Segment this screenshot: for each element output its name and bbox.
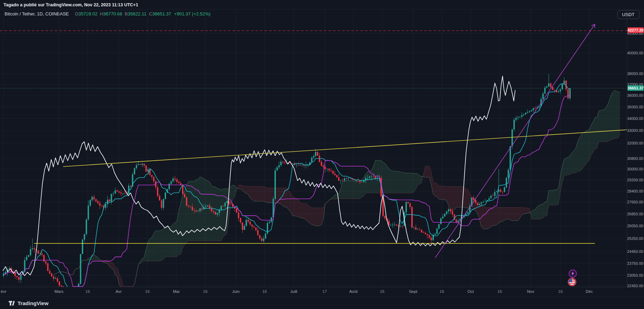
time-axis-label: Nov [527, 289, 534, 294]
price-axis-label: 26850.00 [627, 212, 643, 216]
tradingview-logo-text: TradingView [18, 300, 48, 306]
time-axis-label: Avr [115, 289, 121, 294]
price-axis-label: 22450.00 [627, 284, 643, 288]
price-axis-label: 34000.00 [627, 116, 643, 121]
price-axis-label: 38000.00 [627, 72, 643, 76]
chart-pane[interactable] [0, 0, 627, 296]
price-axis-label: 35000.00 [627, 105, 643, 109]
time-axis[interactable]: évrMars16Avr16Mai16Juin16Juill17Août16Se… [0, 287, 627, 297]
price-axis-label: 32000.00 [627, 141, 643, 145]
price-axis-label: 25250.00 [627, 236, 643, 241]
price-axis-label: 36000.00 [627, 93, 643, 98]
tradingview-logo[interactable]: TradingView [8, 300, 48, 307]
tradingview-logo-icon [8, 300, 15, 307]
price-axis-label: 23750.00 [627, 261, 643, 266]
price-axis-label: 23050.00 [627, 273, 643, 277]
candles-series [3, 74, 571, 296]
price-axis-label: 33000.00 [627, 128, 643, 133]
time-axis-label: 16 [558, 289, 563, 294]
time-axis-label: 17 [323, 289, 327, 294]
price-axis-label: 27650.00 [627, 200, 643, 204]
time-axis-label: Août [349, 289, 358, 294]
time-axis-label: Juin [232, 289, 239, 294]
alert-price-badge: 42277.20 [628, 27, 644, 33]
time-axis-label: 16 [498, 289, 502, 294]
overlay-white-line [3, 76, 515, 276]
price-axis-label: 40000.00 [627, 51, 643, 55]
tradingview-published-chart: { "title_bar": { "text": "Tagado a publi… [0, 0, 644, 309]
time-axis-label: Mars [54, 289, 64, 294]
price-axis-label: 29200.00 [627, 178, 643, 182]
reaction-flag-icon[interactable] [567, 277, 577, 287]
price-axis-label: 28400.00 [627, 189, 643, 193]
time-axis-label: 16 [145, 289, 150, 294]
price-axis[interactable]: 42000.0040000.0038000.0037000.0036000.00… [627, 9, 644, 287]
time-axis-label: Oct [467, 289, 474, 294]
price-axis-label: 30000.00 [627, 167, 643, 171]
time-axis-label: Mai [173, 289, 180, 294]
price-axis-label: 26050.00 [627, 224, 643, 228]
time-axis-label: 16 [380, 289, 385, 294]
time-axis-label: 16 [86, 289, 90, 294]
yellow-rising-trendline[interactable] [63, 130, 627, 167]
footer-bar: TradingView [0, 296, 644, 309]
time-axis-label: Déc [586, 289, 593, 294]
time-axis-label: Juill [290, 289, 297, 294]
time-axis-label: 16 [440, 289, 444, 294]
current-price-badge: 36651.37 [628, 85, 644, 91]
time-axis-label: 16 [263, 289, 267, 294]
time-axis-label: évr [1, 289, 6, 294]
senkou-a-line [54, 90, 620, 296]
time-axis-label: Sept [409, 289, 417, 294]
ichimoku-cloud [54, 90, 620, 296]
price-axis-label: 24450.00 [627, 249, 643, 254]
time-axis-label: 16 [203, 289, 208, 294]
price-axis-label: 30800.00 [627, 156, 643, 161]
